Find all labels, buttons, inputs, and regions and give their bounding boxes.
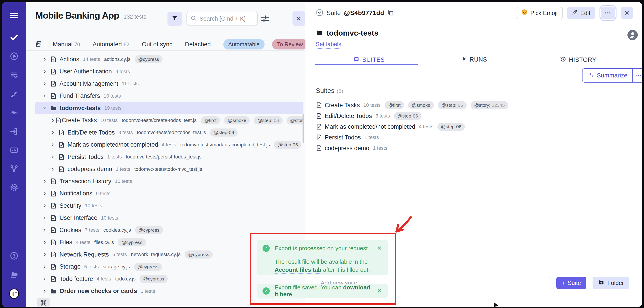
- select-all-icon[interactable]: [35, 41, 42, 48]
- filter-badge-automatable[interactable]: Automatable: [224, 39, 264, 50]
- chevron-right-icon[interactable]: [42, 228, 50, 233]
- suite-list-item[interactable]: Mark as completed/not completed4 tests@s…: [316, 121, 633, 132]
- filter-out-of-sync[interactable]: Out of sync: [142, 41, 172, 48]
- suite-list-item[interactable]: codepress demo1 tests: [316, 143, 633, 154]
- chevron-right-icon[interactable]: [42, 69, 50, 74]
- chevron-right-icon[interactable]: [42, 203, 50, 208]
- pencil-icon: [572, 10, 578, 17]
- tree-row[interactable]: Mark as completed/not completed4 teststo…: [35, 139, 304, 151]
- tag-badge: @cypress: [185, 250, 213, 258]
- tests-check-icon[interactable]: [9, 33, 19, 42]
- tree-row[interactable]: Persist Todos1 teststodomvc-tests/persis…: [35, 151, 304, 163]
- chevron-right-icon[interactable]: [50, 118, 55, 123]
- suite-name: Actions: [60, 56, 80, 63]
- import-icon[interactable]: [9, 127, 19, 137]
- summarize-more-button[interactable]: •••: [632, 69, 642, 82]
- reports-icon[interactable]: [9, 145, 19, 155]
- set-labels-link[interactable]: Set labels: [316, 41, 341, 49]
- tree-row[interactable]: User Interface10 tests: [35, 212, 304, 224]
- tree-row[interactable]: User Authentication9 tests: [35, 66, 304, 78]
- menu-icon[interactable]: [9, 11, 19, 21]
- chevron-right-icon[interactable]: [42, 216, 50, 220]
- command-key-badge[interactable]: [37, 298, 50, 307]
- test-count: 4 tests: [96, 276, 111, 282]
- filter-button[interactable]: [168, 12, 182, 26]
- tag-badge: @step: 06: [438, 101, 466, 109]
- more-actions-button[interactable]: •••: [601, 7, 615, 19]
- folder-plus-icon: [598, 279, 604, 287]
- search-input[interactable]: [200, 15, 254, 22]
- suite-list-item[interactable]: Persist Todos1 tests: [316, 132, 633, 143]
- tree-row[interactable]: Edit/Delete Todos3 teststodomvc-tests/ed…: [35, 126, 304, 139]
- pick-emoji-button[interactable]: Pick Emoji: [516, 7, 563, 19]
- summarize-button[interactable]: Summarize •••: [582, 68, 642, 83]
- suite-list-item[interactable]: Create Tasks10 tests@first@smoke@step: 0…: [316, 100, 633, 111]
- tree-row[interactable]: Transaction History10 tests: [35, 175, 304, 188]
- settings-gear-icon[interactable]: [9, 183, 19, 192]
- app-logo[interactable]: T: [9, 289, 19, 298]
- mouse-cursor: [493, 301, 501, 307]
- tree-row[interactable]: Cookies7 testscookies.cy.js@cypress: [35, 224, 304, 236]
- account-files-tab-link[interactable]: Account files tab: [274, 266, 321, 273]
- suite-name: Persist Todos: [325, 134, 361, 141]
- chevron-right-icon[interactable]: [42, 276, 50, 281]
- projects-icon[interactable]: [9, 270, 19, 279]
- suite-title: todomvc-tests: [326, 29, 378, 37]
- pulse-icon[interactable]: [9, 108, 19, 118]
- tab-runs[interactable]: RUNS: [461, 56, 487, 63]
- tab-history[interactable]: HISTORY: [560, 56, 596, 64]
- tag-badge: @story: 12345: [471, 101, 508, 109]
- filter-detached[interactable]: Detached: [185, 41, 211, 48]
- help-icon[interactable]: [9, 251, 19, 261]
- tag-badge: @step-06: [210, 129, 238, 137]
- scrollbar-thumb[interactable]: [302, 114, 304, 143]
- display-settings-icon[interactable]: [260, 14, 270, 23]
- folder-icon: [50, 288, 60, 294]
- chevron-right-icon[interactable]: [50, 154, 58, 159]
- close-detail-button[interactable]: ✕: [621, 7, 633, 19]
- chevron-right-icon[interactable]: [42, 94, 50, 99]
- chevron-right-icon[interactable]: [50, 130, 58, 135]
- chevron-down-icon[interactable]: [42, 106, 50, 111]
- chevron-right-icon[interactable]: [50, 142, 58, 147]
- add-folder-button[interactable]: Folder: [592, 277, 629, 289]
- add-suite-button[interactable]: + Suite: [556, 277, 586, 289]
- tree-row[interactable]: Create Tasks10 teststodomvc-tests/create…: [35, 114, 304, 127]
- toast-close-icon[interactable]: ✕: [373, 245, 382, 252]
- chevron-right-icon[interactable]: [42, 179, 50, 184]
- tree-row[interactable]: todomvc-tests19 tests: [35, 102, 304, 114]
- test-plans-icon[interactable]: [9, 70, 19, 80]
- filter-manual[interactable]: Manual70: [53, 41, 80, 48]
- chevron-right-icon[interactable]: [42, 57, 50, 62]
- runs-play-icon[interactable]: [9, 51, 19, 61]
- suite-checkbox-icon: [316, 9, 323, 17]
- edit-button[interactable]: Edit: [567, 7, 595, 19]
- test-count: 10 tests: [101, 215, 118, 221]
- chevron-right-icon[interactable]: [42, 81, 50, 86]
- chevron-right-icon[interactable]: [42, 289, 50, 294]
- file-path: todomvc-tests/todo-mvc_test.js: [134, 166, 202, 172]
- filter-badge-to-review[interactable]: To Review: [272, 39, 308, 50]
- suite-list-item[interactable]: Edit/Delete Todos3 tests@step-06: [316, 111, 633, 121]
- filter-automated[interactable]: Automated62: [92, 41, 129, 48]
- chevron-right-icon[interactable]: [42, 252, 50, 257]
- tree-row[interactable]: Notifications9 tests: [35, 188, 304, 200]
- assignee-avatar[interactable]: [628, 30, 638, 40]
- file-path: storage.cy.js: [103, 264, 130, 270]
- collapse-panel-button[interactable]: ✕: [292, 11, 305, 26]
- tree-row[interactable]: codepress demo1 teststodomvc-tests/todo-…: [35, 163, 304, 175]
- copy-icon[interactable]: [387, 9, 394, 17]
- tree-row[interactable]: Fund Transfers10 tests: [35, 90, 304, 102]
- chevron-right-icon[interactable]: [50, 167, 58, 172]
- chevron-right-icon[interactable]: [42, 264, 50, 269]
- chevron-right-icon[interactable]: [42, 191, 50, 196]
- tree-row[interactable]: Security10 tests: [35, 200, 304, 212]
- steps-icon[interactable]: [9, 89, 19, 99]
- tree-row[interactable]: Actions14 testsactions.cy.js@cypress: [35, 53, 304, 66]
- file-path: todomvc-tests/persist-todos_test.js: [126, 154, 202, 160]
- tree-row[interactable]: Account Management11 tests: [35, 78, 304, 90]
- tab-suites[interactable]: SUITES: [353, 56, 385, 64]
- branches-icon[interactable]: [9, 164, 19, 174]
- toast-close-icon[interactable]: ✕: [373, 287, 382, 294]
- chevron-right-icon[interactable]: [42, 240, 50, 245]
